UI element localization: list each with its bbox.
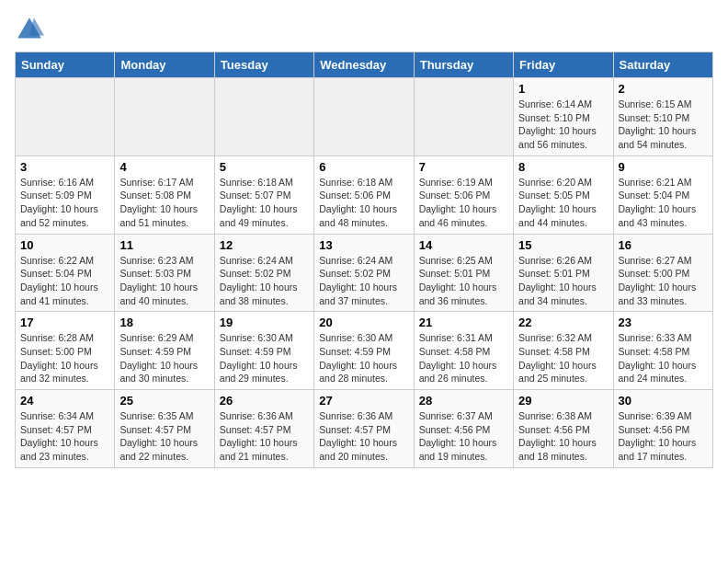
day-number: 7 — [419, 160, 508, 174]
logo — [15, 15, 48, 44]
day-info: Sunrise: 6:28 AMSunset: 5:00 PMDaylight:… — [20, 331, 109, 385]
day-info: Sunrise: 6:35 AMSunset: 4:57 PMDaylight:… — [119, 409, 209, 464]
day-number: 2 — [619, 82, 708, 96]
day-number: 5 — [220, 160, 309, 174]
day-info: Sunrise: 6:24 AMSunset: 5:02 PMDaylight:… — [319, 254, 408, 308]
day-number: 8 — [518, 160, 608, 174]
day-cell: 8Sunrise: 6:20 AMSunset: 5:05 PMDaylight… — [514, 155, 613, 234]
day-info: Sunrise: 6:26 AMSunset: 5:01 PMDaylight:… — [518, 254, 608, 308]
day-number: 18 — [119, 316, 209, 329]
day-cell: 27Sunrise: 6:36 AMSunset: 4:57 PMDayligh… — [314, 390, 414, 468]
day-info: Sunrise: 6:36 AMSunset: 4:57 PMDaylight:… — [319, 409, 408, 464]
day-cell: 12Sunrise: 6:24 AMSunset: 5:02 PMDayligh… — [214, 234, 313, 312]
day-number: 28 — [419, 394, 508, 408]
day-info: Sunrise: 6:39 AMSunset: 4:56 PMDaylight:… — [619, 409, 708, 464]
day-number: 12 — [220, 238, 309, 252]
day-number: 20 — [319, 316, 408, 329]
logo-icon — [15, 15, 44, 44]
day-number: 15 — [518, 238, 608, 252]
day-number: 6 — [319, 160, 408, 174]
col-header-tuesday: Tuesday — [214, 52, 313, 78]
day-number: 13 — [319, 238, 408, 252]
day-cell: 17Sunrise: 6:28 AMSunset: 5:00 PMDayligh… — [16, 312, 115, 390]
day-cell: 9Sunrise: 6:21 AMSunset: 5:04 PMDaylight… — [613, 155, 712, 234]
day-cell: 28Sunrise: 6:37 AMSunset: 4:56 PMDayligh… — [414, 390, 513, 468]
day-info: Sunrise: 6:27 AMSunset: 5:00 PMDaylight:… — [619, 254, 708, 308]
header-row: SundayMondayTuesdayWednesdayThursdayFrid… — [16, 52, 713, 78]
day-cell: 14Sunrise: 6:25 AMSunset: 5:01 PMDayligh… — [414, 234, 513, 312]
day-number: 11 — [119, 238, 209, 252]
col-header-sunday: Sunday — [16, 52, 115, 78]
day-info: Sunrise: 6:18 AMSunset: 5:06 PMDaylight:… — [319, 176, 408, 230]
day-info: Sunrise: 6:16 AMSunset: 5:09 PMDaylight:… — [20, 176, 109, 230]
day-cell — [16, 78, 115, 156]
day-info: Sunrise: 6:17 AMSunset: 5:08 PMDaylight:… — [119, 176, 209, 230]
day-cell: 10Sunrise: 6:22 AMSunset: 5:04 PMDayligh… — [16, 234, 115, 312]
day-cell: 6Sunrise: 6:18 AMSunset: 5:06 PMDaylight… — [314, 155, 414, 234]
day-info: Sunrise: 6:38 AMSunset: 4:56 PMDaylight:… — [518, 409, 608, 464]
day-cell: 15Sunrise: 6:26 AMSunset: 5:01 PMDayligh… — [514, 234, 613, 312]
day-number: 14 — [419, 238, 508, 252]
day-info: Sunrise: 6:21 AMSunset: 5:04 PMDaylight:… — [619, 176, 708, 230]
day-number: 17 — [20, 316, 109, 329]
day-cell: 21Sunrise: 6:31 AMSunset: 4:58 PMDayligh… — [414, 312, 513, 390]
col-header-saturday: Saturday — [613, 52, 712, 78]
day-cell: 25Sunrise: 6:35 AMSunset: 4:57 PMDayligh… — [115, 390, 214, 468]
day-number: 23 — [619, 316, 708, 329]
day-cell: 30Sunrise: 6:39 AMSunset: 4:56 PMDayligh… — [613, 390, 712, 468]
day-info: Sunrise: 6:23 AMSunset: 5:03 PMDaylight:… — [119, 254, 209, 308]
day-cell: 20Sunrise: 6:30 AMSunset: 4:59 PMDayligh… — [314, 312, 414, 390]
svg-marker-1 — [29, 17, 44, 35]
day-info: Sunrise: 6:24 AMSunset: 5:02 PMDaylight:… — [220, 254, 309, 308]
day-info: Sunrise: 6:37 AMSunset: 4:56 PMDaylight:… — [419, 409, 508, 464]
day-info: Sunrise: 6:30 AMSunset: 4:59 PMDaylight:… — [319, 331, 408, 385]
day-info: Sunrise: 6:32 AMSunset: 4:58 PMDaylight:… — [518, 331, 608, 385]
day-cell: 23Sunrise: 6:33 AMSunset: 4:58 PMDayligh… — [613, 312, 712, 390]
day-cell: 4Sunrise: 6:17 AMSunset: 5:08 PMDaylight… — [115, 155, 214, 234]
day-info: Sunrise: 6:20 AMSunset: 5:05 PMDaylight:… — [518, 176, 608, 230]
day-number: 21 — [419, 316, 508, 329]
day-cell: 19Sunrise: 6:30 AMSunset: 4:59 PMDayligh… — [214, 312, 313, 390]
day-number: 9 — [619, 160, 708, 174]
week-row-3: 10Sunrise: 6:22 AMSunset: 5:04 PMDayligh… — [16, 234, 713, 312]
day-info: Sunrise: 6:22 AMSunset: 5:04 PMDaylight:… — [20, 254, 109, 308]
col-header-monday: Monday — [115, 52, 214, 78]
day-number: 4 — [119, 160, 209, 174]
day-cell: 16Sunrise: 6:27 AMSunset: 5:00 PMDayligh… — [613, 234, 712, 312]
day-number: 25 — [119, 394, 209, 408]
day-info: Sunrise: 6:29 AMSunset: 4:59 PMDaylight:… — [119, 331, 209, 385]
day-cell: 29Sunrise: 6:38 AMSunset: 4:56 PMDayligh… — [514, 390, 613, 468]
col-header-friday: Friday — [514, 52, 613, 78]
day-info: Sunrise: 6:34 AMSunset: 4:57 PMDaylight:… — [20, 409, 109, 464]
day-info: Sunrise: 6:19 AMSunset: 5:06 PMDaylight:… — [419, 176, 508, 230]
day-info: Sunrise: 6:25 AMSunset: 5:01 PMDaylight:… — [419, 254, 508, 308]
day-cell: 2Sunrise: 6:15 AMSunset: 5:10 PMDaylight… — [613, 78, 712, 156]
calendar-table: SundayMondayTuesdayWednesdayThursdayFrid… — [15, 52, 713, 468]
day-cell: 5Sunrise: 6:18 AMSunset: 5:07 PMDaylight… — [214, 155, 313, 234]
week-row-4: 17Sunrise: 6:28 AMSunset: 5:00 PMDayligh… — [16, 312, 713, 390]
day-cell: 1Sunrise: 6:14 AMSunset: 5:10 PMDaylight… — [514, 78, 613, 156]
day-info: Sunrise: 6:14 AMSunset: 5:10 PMDaylight:… — [518, 98, 608, 152]
day-number: 24 — [20, 394, 109, 408]
day-number: 29 — [518, 394, 608, 408]
day-number: 10 — [20, 238, 109, 252]
day-cell: 18Sunrise: 6:29 AMSunset: 4:59 PMDayligh… — [115, 312, 214, 390]
day-info: Sunrise: 6:36 AMSunset: 4:57 PMDaylight:… — [220, 409, 309, 464]
day-cell — [115, 78, 214, 156]
day-info: Sunrise: 6:30 AMSunset: 4:59 PMDaylight:… — [220, 331, 309, 385]
week-row-5: 24Sunrise: 6:34 AMSunset: 4:57 PMDayligh… — [16, 390, 713, 468]
day-info: Sunrise: 6:18 AMSunset: 5:07 PMDaylight:… — [220, 176, 309, 230]
day-cell: 24Sunrise: 6:34 AMSunset: 4:57 PMDayligh… — [16, 390, 115, 468]
day-cell: 11Sunrise: 6:23 AMSunset: 5:03 PMDayligh… — [115, 234, 214, 312]
day-cell: 26Sunrise: 6:36 AMSunset: 4:57 PMDayligh… — [214, 390, 313, 468]
day-number: 3 — [20, 160, 109, 174]
day-cell: 22Sunrise: 6:32 AMSunset: 4:58 PMDayligh… — [514, 312, 613, 390]
col-header-wednesday: Wednesday — [314, 52, 414, 78]
day-info: Sunrise: 6:15 AMSunset: 5:10 PMDaylight:… — [619, 98, 708, 152]
day-cell: 13Sunrise: 6:24 AMSunset: 5:02 PMDayligh… — [314, 234, 414, 312]
day-cell — [414, 78, 513, 156]
day-number: 26 — [220, 394, 309, 408]
day-cell: 3Sunrise: 6:16 AMSunset: 5:09 PMDaylight… — [16, 155, 115, 234]
day-number: 30 — [619, 394, 708, 408]
day-number: 19 — [220, 316, 309, 329]
